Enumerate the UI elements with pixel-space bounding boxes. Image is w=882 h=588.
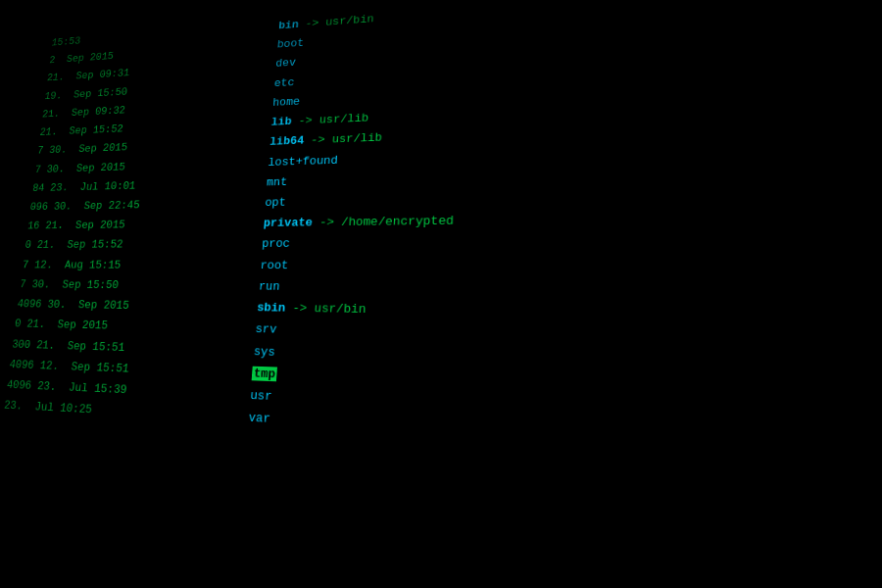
terminal-window: 15:53 2 Sep 2015 21. Sep 09:31 19. Sep 1…: [0, 0, 882, 588]
line-11: 16 21. Sep 2015: [26, 214, 256, 236]
entry-root: root: [260, 254, 842, 279]
entry-proc: proc: [261, 229, 840, 255]
line-13: 7 12. Aug 15:15: [22, 255, 253, 275]
right-column: bin -> usr/bin boot dev etc home lib -> …: [222, 0, 867, 588]
line-14: 7 30. Sep 15:50: [19, 274, 251, 297]
left-column: 15:53 2 Sep 2015 21. Sep 09:31 19. Sep 1…: [0, 9, 271, 588]
line-12: 0 21. Sep 15:52: [24, 234, 254, 256]
